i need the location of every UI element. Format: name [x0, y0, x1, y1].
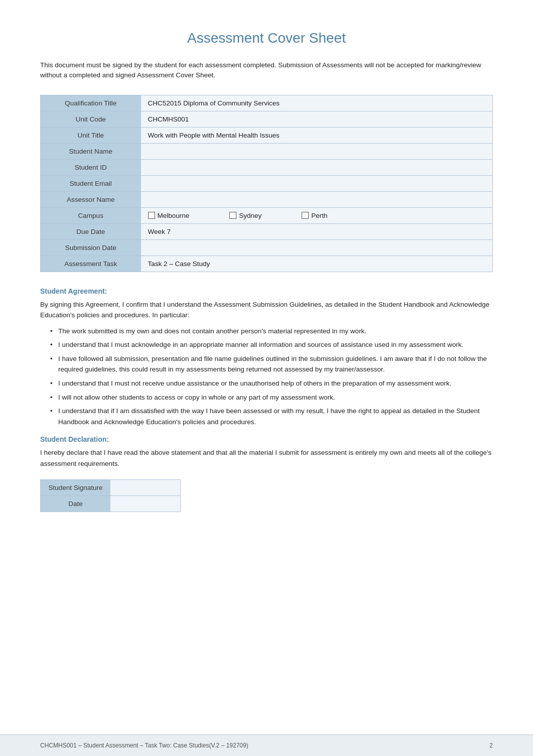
table-value-6 — [141, 191, 493, 207]
campus-option-perth[interactable]: Perth — [302, 212, 327, 219]
table-value-10: Task 2 – Case Study — [141, 256, 493, 272]
bullet-item-1: I understand that I must acknowledge in … — [50, 339, 493, 350]
page-content: Assessment Cover Sheet This document mus… — [0, 0, 533, 577]
table-label-7: Campus — [41, 207, 141, 223]
sig-label-1: Date — [41, 495, 111, 512]
table-label-2: Unit Title — [41, 127, 141, 143]
bullet-item-5: I understand that if I am dissatisfied w… — [50, 406, 493, 427]
cover-table: Qualification TitleCHC52015 Diploma of C… — [40, 95, 493, 272]
checkbox-melbourne[interactable] — [148, 212, 155, 219]
student-agreement-bullets: The work submitted is my own and does no… — [50, 326, 493, 428]
table-value-4 — [141, 159, 493, 175]
student-agreement-heading: Student Agreement: — [40, 287, 493, 295]
student-agreement-section: Student Agreement: By signing this Agree… — [40, 287, 493, 428]
table-label-1: Unit Code — [41, 111, 141, 127]
intro-text: This document must be signed by the stud… — [40, 60, 493, 81]
checkbox-perth[interactable] — [302, 212, 309, 219]
bullet-item-0: The work submitted is my own and does no… — [50, 326, 493, 337]
table-value-1: CHCMHS001 — [141, 111, 493, 127]
signature-table: Student SignatureDate — [40, 479, 181, 512]
table-label-8: Due Date — [41, 223, 141, 239]
footer-page: 2 — [489, 742, 493, 749]
table-value-5 — [141, 175, 493, 191]
table-label-9: Submission Date — [41, 239, 141, 256]
table-value-9 — [141, 239, 493, 256]
student-declaration-heading: Student Declaration: — [40, 435, 493, 443]
checkbox-sydney[interactable] — [229, 212, 236, 219]
student-declaration-section: Student Declaration: I hereby declare th… — [40, 435, 493, 469]
student-declaration-text: I hereby declare that I have read the ab… — [40, 447, 493, 469]
table-value-8: Week 7 — [141, 223, 493, 239]
table-value-7: MelbourneSydneyPerth — [141, 208, 493, 223]
student-agreement-intro: By signing this Agreement, I confirm tha… — [40, 299, 493, 321]
footer: CHCMHS001 – Student Assessment – Task Tw… — [0, 734, 533, 756]
table-value-0: CHC52015 Diploma of Community Services — [141, 95, 493, 111]
page-title: Assessment Cover Sheet — [40, 30, 493, 46]
sig-value-1 — [110, 495, 180, 512]
table-value-3 — [141, 143, 493, 159]
footer-text: CHCMHS001 – Student Assessment – Task Tw… — [40, 742, 248, 749]
sig-value-0 — [110, 479, 180, 495]
sig-label-0: Student Signature — [41, 479, 111, 495]
table-label-0: Qualification Title — [41, 95, 141, 111]
campus-option-melbourne[interactable]: Melbourne — [148, 212, 190, 219]
campus-option-sydney[interactable]: Sydney — [229, 212, 261, 219]
bullet-item-2: I have followed all submission, presenta… — [50, 353, 493, 375]
table-value-2: Work with People with Mental Health Issu… — [141, 127, 493, 143]
table-label-5: Student Email — [41, 175, 141, 191]
bullet-item-4: I will not allow other students to acces… — [50, 392, 493, 403]
table-label-4: Student ID — [41, 159, 141, 175]
table-label-6: Assessor Name — [41, 191, 141, 207]
table-label-10: Assessment Task — [41, 256, 141, 272]
bullet-item-3: I understand that I must not receive und… — [50, 378, 493, 389]
table-label-3: Student Name — [41, 143, 141, 159]
